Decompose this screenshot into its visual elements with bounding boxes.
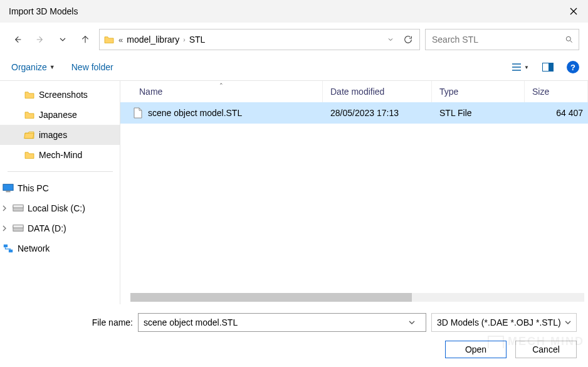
forward-button[interactable] bbox=[31, 31, 49, 48]
svg-rect-8 bbox=[13, 225, 23, 228]
sidebar-item-japanese[interactable]: Japanese bbox=[0, 105, 120, 125]
main-area: Screenshots Japanese images Mech-Mind Th… bbox=[0, 80, 588, 304]
file-row[interactable]: scene object model.STL 28/05/2023 17:13 … bbox=[120, 102, 588, 124]
chevron-right-icon: › bbox=[183, 36, 185, 43]
breadcrumb: « model_library › STL bbox=[103, 35, 381, 45]
search-icon[interactable] bbox=[565, 35, 574, 44]
new-folder-button[interactable]: New folder bbox=[71, 62, 113, 72]
cancel-button[interactable]: Cancel bbox=[515, 341, 577, 358]
preview-pane-button[interactable] bbox=[539, 60, 557, 74]
folder-icon bbox=[103, 35, 115, 44]
file-name-input[interactable] bbox=[144, 317, 403, 327]
breadcrumb-path1[interactable]: model_library bbox=[127, 35, 179, 45]
arrow-up-icon bbox=[80, 35, 90, 45]
file-name-label: File name: bbox=[11, 317, 133, 327]
svg-rect-6 bbox=[13, 205, 23, 208]
svg-rect-9 bbox=[4, 245, 8, 248]
disk-icon bbox=[13, 224, 24, 233]
file-size: 64 407 bbox=[525, 108, 588, 118]
nav-pane: Screenshots Japanese images Mech-Mind Th… bbox=[0, 81, 120, 304]
sidebar-item-localdisk[interactable]: Local Disk (C:) bbox=[0, 198, 120, 218]
open-button[interactable]: Open bbox=[445, 341, 507, 358]
sidebar-item-datad[interactable]: DATA (D:) bbox=[0, 218, 120, 238]
search-input[interactable] bbox=[432, 35, 565, 45]
view-list-button[interactable]: ▼ bbox=[512, 60, 529, 74]
sort-asc-icon: ⌃ bbox=[219, 82, 224, 88]
close-button[interactable] bbox=[559, 0, 588, 23]
arrow-left-icon bbox=[13, 35, 23, 45]
sidebar-item-mechmind[interactable]: Mech-Mind bbox=[0, 145, 120, 165]
back-button[interactable] bbox=[9, 31, 26, 48]
sidebar-item-thispc[interactable]: This PC bbox=[0, 178, 120, 198]
sidebar-item-screenshots[interactable]: Screenshots bbox=[0, 85, 120, 105]
column-size[interactable]: Size bbox=[525, 81, 588, 102]
chevron-down-icon[interactable] bbox=[403, 319, 421, 326]
sidebar-item-network[interactable]: Network bbox=[0, 238, 120, 258]
file-pane: Name ⌃ Date modified Type Size scene obj… bbox=[120, 81, 588, 304]
refresh-icon[interactable] bbox=[403, 35, 413, 45]
svg-rect-10 bbox=[9, 250, 13, 253]
chevron-down-icon[interactable] bbox=[387, 36, 394, 43]
file-type-filter[interactable]: 3D Models (*.DAE *.OBJ *.STL) bbox=[431, 313, 577, 332]
sidebar-item-images[interactable]: images bbox=[0, 125, 120, 145]
svg-point-0 bbox=[566, 36, 570, 41]
network-icon bbox=[3, 243, 14, 253]
breadcrumb-path2[interactable]: STL bbox=[189, 35, 206, 45]
svg-rect-3 bbox=[3, 184, 13, 191]
recent-button[interactable] bbox=[54, 31, 71, 48]
folder-icon bbox=[24, 110, 35, 119]
toolbar: Organize ▼ New folder ▼ ? bbox=[0, 56, 588, 80]
arrow-right-icon bbox=[35, 35, 45, 45]
title-bar: Import 3D Models bbox=[0, 0, 588, 23]
disk-icon bbox=[13, 204, 24, 213]
window-title: Import 3D Models bbox=[9, 6, 78, 16]
pc-icon bbox=[3, 183, 14, 193]
expand-icon[interactable] bbox=[0, 205, 9, 211]
up-button[interactable] bbox=[76, 31, 94, 48]
file-type: STL File bbox=[432, 108, 525, 118]
file-date: 28/05/2023 17:13 bbox=[323, 108, 432, 118]
horizontal-scrollbar[interactable] bbox=[130, 293, 584, 302]
column-date[interactable]: Date modified bbox=[323, 81, 432, 102]
folder-open-icon bbox=[24, 130, 35, 139]
svg-rect-4 bbox=[6, 191, 10, 193]
bottom-panel: File name: 3D Models (*.DAE *.OBJ *.STL)… bbox=[0, 306, 588, 367]
folder-icon bbox=[24, 90, 35, 99]
organize-button[interactable]: Organize ▼ bbox=[11, 62, 55, 72]
address-bar[interactable]: « model_library › STL bbox=[99, 29, 420, 50]
expand-icon[interactable] bbox=[0, 225, 9, 231]
search-box[interactable] bbox=[425, 29, 579, 50]
file-name-field[interactable] bbox=[138, 313, 426, 332]
column-type[interactable]: Type bbox=[432, 81, 525, 102]
chevron-down-icon bbox=[58, 35, 68, 45]
svg-rect-2 bbox=[549, 63, 554, 72]
chevron-down-icon bbox=[565, 319, 571, 326]
preview-pane-icon bbox=[542, 63, 554, 72]
breadcrumb-overflow: « bbox=[118, 35, 123, 45]
folder-icon bbox=[24, 151, 35, 159]
column-headers: Name ⌃ Date modified Type Size bbox=[120, 81, 588, 102]
help-button[interactable]: ? bbox=[567, 61, 579, 73]
list-icon bbox=[512, 63, 522, 72]
nav-row: « model_library › STL bbox=[0, 23, 588, 56]
file-icon bbox=[133, 107, 143, 119]
file-name: scene object model.STL bbox=[148, 108, 242, 118]
close-icon bbox=[570, 8, 577, 15]
separator bbox=[8, 171, 113, 172]
column-name[interactable]: Name ⌃ bbox=[120, 81, 323, 102]
